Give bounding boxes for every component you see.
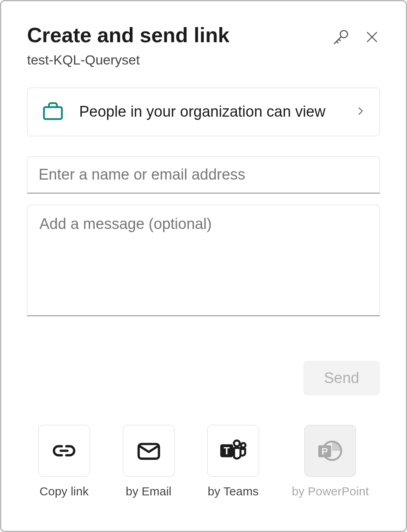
dialog-subtitle: test-KQL-Queryset bbox=[27, 52, 332, 68]
key-button[interactable] bbox=[332, 28, 350, 46]
chevron-right-icon bbox=[355, 106, 366, 118]
teams-icon: T bbox=[218, 436, 248, 465]
close-icon bbox=[364, 29, 380, 45]
briefcase-icon bbox=[41, 99, 65, 125]
teams-button[interactable]: T bbox=[207, 425, 259, 477]
dialog-header: Create and send link test-KQL-Queryset bbox=[27, 23, 380, 68]
powerpoint-icon: P bbox=[315, 436, 345, 465]
recipient-input[interactable] bbox=[27, 156, 380, 194]
svg-point-6 bbox=[241, 443, 245, 447]
share-item-email: by Email bbox=[123, 425, 175, 498]
svg-point-5 bbox=[234, 440, 240, 446]
svg-text:T: T bbox=[224, 445, 230, 456]
share-options: Copy link by Email T bbox=[27, 425, 380, 498]
svg-text:P: P bbox=[321, 446, 328, 457]
permission-text: People in your organization can view bbox=[79, 102, 341, 122]
teams-label: by Teams bbox=[208, 485, 259, 498]
copy-link-button[interactable] bbox=[38, 425, 90, 477]
send-button[interactable]: Send bbox=[303, 361, 380, 395]
svg-rect-1 bbox=[44, 107, 62, 119]
header-actions bbox=[332, 28, 380, 46]
powerpoint-button[interactable]: P bbox=[304, 425, 356, 477]
share-dialog: Create and send link test-KQL-Queryset bbox=[0, 0, 407, 532]
permission-selector[interactable]: People in your organization can view bbox=[27, 88, 380, 136]
share-item-powerpoint: P by PowerPoint bbox=[292, 425, 369, 498]
share-item-copy-link: Copy link bbox=[38, 425, 90, 498]
message-input[interactable] bbox=[27, 205, 380, 316]
link-icon bbox=[51, 437, 78, 464]
share-item-teams: T by Teams bbox=[207, 425, 259, 498]
powerpoint-label: by PowerPoint bbox=[292, 485, 369, 498]
key-icon bbox=[332, 28, 350, 46]
email-label: by Email bbox=[126, 485, 171, 498]
email-button[interactable] bbox=[123, 425, 175, 477]
copy-link-label: Copy link bbox=[39, 485, 88, 498]
dialog-title: Create and send link bbox=[27, 23, 332, 47]
header-text: Create and send link test-KQL-Queryset bbox=[27, 23, 332, 68]
email-icon bbox=[135, 437, 162, 464]
send-row: Send bbox=[27, 361, 380, 395]
close-button[interactable] bbox=[364, 29, 380, 45]
